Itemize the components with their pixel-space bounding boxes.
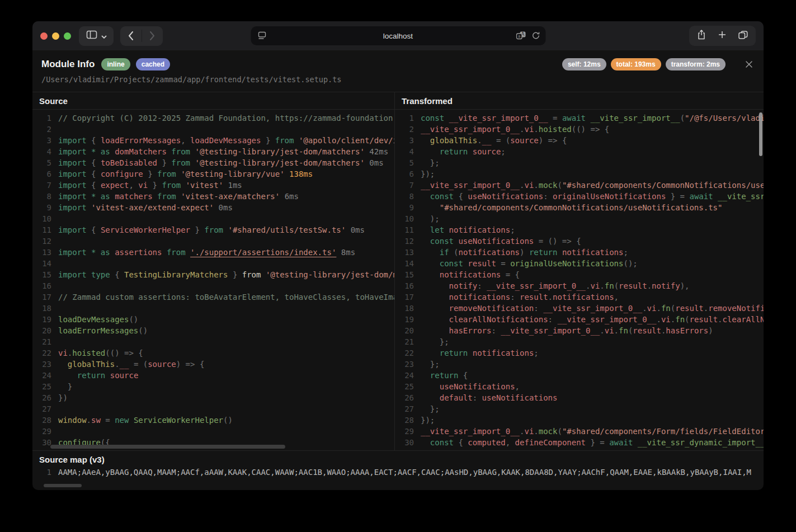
sidebar-toggle-button[interactable]: [79, 26, 114, 46]
line-number: 29: [395, 426, 414, 437]
code-text: return notifications;: [421, 347, 539, 359]
source-code: 1// Copyright (C) 2012-2025 Zammad Found…: [32, 110, 394, 450]
code-token: };: [421, 337, 449, 346]
address-bar-actions: Aa: [516, 31, 540, 42]
code-token: "#shared/components/CommonNotifications/…: [562, 181, 764, 190]
code-token: __vite_ssr_import_0__: [543, 304, 642, 313]
line-number: 26: [32, 392, 51, 403]
code-token: useNotifications: [468, 192, 543, 201]
code-token: defineComponent: [515, 438, 586, 447]
line-number: 20: [395, 325, 414, 336]
code-token: result: [468, 259, 496, 268]
new-tab-button[interactable]: [718, 31, 726, 41]
close-button[interactable]: [743, 59, 755, 70]
code-text: const useNotifications = () => {: [421, 236, 581, 247]
code-token: [58, 360, 68, 369]
code-text: useNotifications,: [421, 381, 520, 392]
code-token: "#shared/components/CommonNotifications/…: [440, 203, 723, 212]
translate-icon[interactable]: Aa: [516, 31, 526, 42]
line-number: 2: [395, 124, 414, 135]
transformed-vertical-scrollbar[interactable]: [759, 112, 762, 156]
code-text: clearAllNotifications: __vite_ssr_import…: [421, 314, 764, 325]
code-text: };: [421, 336, 449, 347]
code-token: vi: [524, 427, 534, 436]
code-panels: Source 1// Copyright (C) 2012-2025 Zamma…: [32, 92, 764, 450]
code-token: 0ms: [365, 158, 384, 167]
back-button[interactable]: [120, 26, 142, 46]
code-token: __vite_ssr_import_0__: [449, 114, 548, 123]
code-token: const: [440, 259, 468, 268]
close-window-button[interactable]: [40, 32, 48, 40]
code-token: [421, 248, 440, 257]
code-token: }: [228, 270, 242, 279]
code-token: toBeDisabled: [101, 158, 157, 167]
code-token: new: [115, 416, 134, 425]
code-text: notify: __vite_ssr_import_0__.vi.fn(resu…: [421, 280, 690, 291]
code-text: );: [421, 213, 440, 224]
code-token: }: [190, 225, 204, 234]
code-token: notifications: [562, 248, 624, 257]
code-token: .: [656, 304, 661, 313]
source-horizontal-scrollbar[interactable]: [50, 445, 285, 449]
share-button[interactable]: [697, 30, 706, 42]
code-token: ();: [623, 259, 637, 268]
line-number: 15: [395, 269, 414, 280]
code-token: };: [421, 158, 440, 167]
code-token: (): [129, 315, 138, 324]
total-time-badge: total: 193ms: [611, 58, 661, 70]
address-bar[interactable]: localhost Aa: [251, 26, 545, 45]
code-token: source: [510, 136, 539, 145]
code-token: };: [421, 404, 440, 413]
line-number: 8: [395, 191, 414, 202]
code-token: :: [491, 326, 501, 335]
code-token: from: [157, 170, 181, 178]
zoom-window-button[interactable]: [64, 32, 71, 40]
code-token: useNotifications: [440, 382, 515, 391]
code-token: (: [671, 304, 675, 313]
code-token: :: [543, 192, 553, 201]
reload-icon[interactable]: [531, 31, 540, 42]
code-token: }: [261, 136, 275, 145]
code-token: :: [548, 315, 558, 324]
line-number: 2: [32, 124, 51, 135]
code-token: __: [482, 136, 492, 145]
page-icon[interactable]: [257, 31, 266, 43]
code-token: source: [148, 360, 176, 369]
code-token: {: [458, 438, 468, 447]
code-text: import * as domMatchers from '@testing-l…: [58, 146, 388, 157]
code-token: useNotifications: [482, 393, 558, 402]
line-number: 4: [32, 146, 51, 157]
line-number: 30: [395, 437, 414, 448]
browser-window: localhost Aa Module Inf: [32, 21, 764, 490]
code-line: 18 removeNotification: __vite_ssr_import…: [395, 303, 764, 314]
line-number: 3: [32, 135, 51, 146]
code-text: }): [58, 392, 68, 403]
timing-badges: self: 12ms total: 193ms transform: 2ms: [562, 58, 726, 70]
sourcemap-horizontal-scrollbar[interactable]: [44, 484, 82, 487]
code-line: 20 hasErrors: __vite_ssr_import_0__.vi.f…: [395, 325, 764, 336]
line-number: 16: [395, 280, 414, 291]
code-line: 27 };: [395, 403, 764, 415]
code-line: 5 };: [395, 157, 764, 168]
code-line: 23 };: [395, 359, 764, 370]
code-token: [421, 203, 440, 212]
code-token: notifications: [449, 293, 511, 302]
code-token: result: [675, 304, 704, 313]
code-text: loadErrorMessages(): [58, 325, 148, 336]
code-token: }): [58, 393, 68, 402]
tabs-icon: [738, 31, 748, 39]
line-number: 15: [32, 269, 51, 280]
code-token: [421, 192, 430, 201]
code-line: 4import * as domMatchers from '@testing-…: [32, 146, 394, 157]
module-file-path: /Users/vladimir/Projects/zammad/app/fron…: [41, 75, 755, 84]
forward-button[interactable]: [142, 26, 163, 46]
tab-overview-button[interactable]: [738, 31, 748, 41]
line-number: 26: [395, 392, 414, 403]
code-line: 22 return notifications;: [395, 347, 764, 359]
line-number: 21: [32, 336, 51, 347]
code-text: if (notifications) return notifications;: [421, 247, 628, 258]
code-line: 8import * as matchers from 'vitest-axe/m…: [32, 191, 394, 202]
code-line: 11 let notifications;: [395, 224, 764, 236]
minimize-window-button[interactable]: [52, 32, 59, 40]
line-number: 9: [32, 202, 51, 213]
